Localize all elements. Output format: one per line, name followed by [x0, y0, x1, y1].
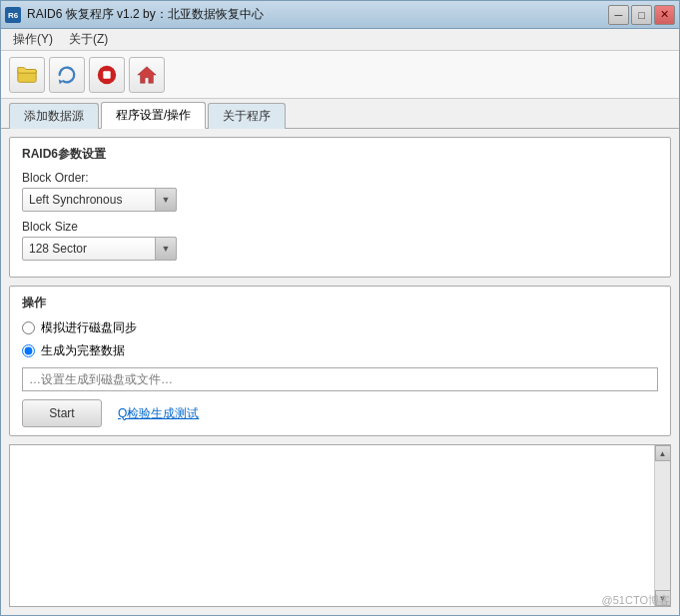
- window-title: RAID6 恢复程序 v1.2 by：北亚数据恢复中心: [27, 6, 264, 23]
- radio-group: 模拟进行磁盘同步 生成为完整数据: [22, 319, 658, 359]
- refresh-icon: [56, 64, 78, 86]
- stop-icon: [96, 64, 118, 86]
- svg-text:R6: R6: [8, 11, 19, 20]
- block-order-select[interactable]: Left Synchronous Left Asymmetric Right S…: [22, 188, 177, 212]
- block-size-select[interactable]: 64 Sector 128 Sector 256 Sector 512 Sect…: [22, 237, 177, 261]
- tab-add-source[interactable]: 添加数据源: [9, 103, 99, 129]
- block-order-label: Block Order:: [22, 171, 658, 185]
- main-content: RAID6参数设置 Block Order: Left Synchronous …: [1, 129, 679, 615]
- tab-settings[interactable]: 程序设置/操作: [101, 102, 206, 129]
- watermark: @51CTO博客: [602, 593, 670, 608]
- stop-button[interactable]: [89, 57, 125, 93]
- block-size-wrapper: 64 Sector 128 Sector 256 Sector 512 Sect…: [22, 237, 177, 261]
- tab-about-prog[interactable]: 关于程序: [208, 103, 286, 129]
- raid-settings-panel: RAID6参数设置 Block Order: Left Synchronous …: [9, 137, 671, 278]
- main-window: R6 RAID6 恢复程序 v1.2 by：北亚数据恢复中心 ─ □ ✕ 操作(…: [0, 0, 680, 616]
- home-icon: [136, 64, 158, 86]
- svg-marker-6: [138, 66, 156, 83]
- operations-title: 操作: [22, 295, 658, 311]
- home-button[interactable]: [129, 57, 165, 93]
- actions-row: Start Q检验生成测试: [22, 399, 658, 427]
- block-size-group: Block Size 64 Sector 128 Sector 256 Sect…: [22, 220, 658, 261]
- refresh-button[interactable]: [49, 57, 85, 93]
- folder-icon: [16, 64, 38, 86]
- svg-rect-5: [103, 71, 110, 78]
- minimize-button[interactable]: ─: [608, 5, 629, 25]
- menu-operate[interactable]: 操作(Y): [5, 29, 61, 50]
- start-button[interactable]: Start: [22, 399, 102, 427]
- log-area: ▲ ▼: [9, 444, 671, 607]
- title-bar-left: R6 RAID6 恢复程序 v1.2 by：北亚数据恢复中心: [5, 6, 264, 23]
- simulate-radio[interactable]: [22, 321, 35, 334]
- open-button[interactable]: [9, 57, 45, 93]
- operations-panel: 操作 模拟进行磁盘同步 生成为完整数据 Start Q检验生成测试: [9, 286, 671, 436]
- simulate-label: 模拟进行磁盘同步: [41, 319, 137, 336]
- scroll-track: [655, 461, 670, 590]
- raid-settings-title: RAID6参数设置: [22, 146, 658, 163]
- window-controls: ─ □ ✕: [608, 5, 675, 25]
- block-size-label: Block Size: [22, 220, 658, 234]
- tab-bar: 添加数据源 程序设置/操作 关于程序: [1, 99, 679, 129]
- close-button[interactable]: ✕: [654, 5, 675, 25]
- menu-bar: 操作(Y) 关于(Z): [1, 29, 679, 51]
- block-order-wrapper: Left Synchronous Left Asymmetric Right S…: [22, 188, 177, 212]
- svg-marker-3: [59, 79, 64, 84]
- block-order-group: Block Order: Left Synchronous Left Asymm…: [22, 171, 658, 212]
- toolbar: [1, 51, 679, 99]
- generate-radio[interactable]: [22, 344, 35, 357]
- scroll-up-arrow[interactable]: ▲: [655, 445, 671, 461]
- radio-simulate[interactable]: 模拟进行磁盘同步: [22, 319, 658, 336]
- verify-link[interactable]: Q检验生成测试: [118, 405, 199, 422]
- app-icon: R6: [5, 7, 21, 23]
- path-input[interactable]: [22, 367, 658, 391]
- title-bar: R6 RAID6 恢复程序 v1.2 by：北亚数据恢复中心 ─ □ ✕: [1, 1, 679, 29]
- menu-about[interactable]: 关于(Z): [61, 29, 116, 50]
- log-scrollbar: ▲ ▼: [654, 445, 670, 606]
- radio-generate[interactable]: 生成为完整数据: [22, 342, 658, 359]
- restore-button[interactable]: □: [631, 5, 652, 25]
- generate-label: 生成为完整数据: [41, 342, 125, 359]
